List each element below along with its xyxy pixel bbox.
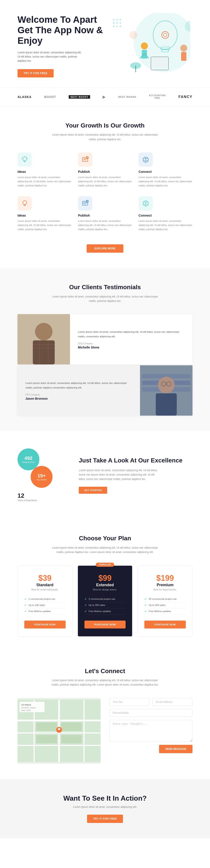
cta-title: Want To See It In Action?: [18, 794, 192, 802]
explore-button[interactable]: EXPLORE MORE: [87, 244, 124, 253]
stat-years-num: 12: [18, 492, 57, 499]
contact-fullname-input[interactable]: [109, 698, 149, 706]
svg-point-64: [158, 377, 175, 393]
pricing-section: Choose Your Plan Lorem ipsum dolor sit a…: [0, 519, 210, 652]
feature-icon-ideas-2: [18, 196, 32, 211]
svg-rect-16: [142, 50, 147, 59]
feature-title-publish-2: Publish: [78, 214, 132, 217]
stats-content: Just Take A Look At Our Excellence Lorem…: [79, 457, 192, 494]
svg-rect-20: [181, 52, 186, 61]
brand-accounting: ACCOUNTINGPRO: [149, 94, 166, 99]
hero-section: Welcome To Apart Get The App Now & Enjoy…: [0, 0, 210, 88]
hero-description: Lorem ipsum dolor sit amet, consectetur …: [18, 51, 83, 63]
feature-title-connect-1: Connect: [139, 170, 192, 174]
svg-rect-79: [61, 735, 82, 743]
pricing-card-standard: $39 Standard Best for small individuals.…: [18, 565, 72, 637]
pricing-standard-desc: Best for small individuals.: [24, 588, 66, 591]
pricing-extended-feature-2: Up to 300 sales: [84, 602, 126, 608]
feature-text-ideas-2: Lorem ipsum dolor sit amet, consectetur …: [18, 219, 71, 231]
stats-cta-button[interactable]: GET STARTED: [79, 487, 107, 494]
feature-text-connect-2: Lorem ipsum dolor sit amet, consectetur …: [139, 219, 192, 231]
contact-grid: 127 King St Downtown, Cityville State, 1…: [18, 698, 192, 764]
contact-title: Let's Connect: [18, 667, 192, 675]
contact-email-input[interactable]: [152, 698, 192, 706]
testimonial-2-photo: [140, 365, 192, 415]
testimonial-2-content: Lorem ipsum dolor sit amet, consectetur …: [18, 365, 140, 415]
svg-point-19: [180, 44, 187, 52]
svg-point-42: [23, 200, 27, 205]
contact-name-email-row: [109, 698, 192, 706]
pricing-premium-features: 30 commercial project use Up to 500 sale…: [144, 596, 186, 615]
pricing-premium-cta[interactable]: PURCHASE NOW: [144, 621, 186, 628]
svg-rect-65: [156, 393, 177, 415]
hero-title: Welcome To Apart Get The App Now & Enjoy: [18, 14, 105, 46]
testimonial-1: Lorem ipsum dolor sit amet, consectetur …: [18, 314, 192, 365]
pricing-extended-name: Extended: [84, 583, 126, 587]
testimonial-2-role: CFO Company: [25, 394, 132, 396]
pricing-cards-grid: $39 Standard Best for small individuals.…: [18, 565, 192, 637]
svg-point-7: [113, 26, 114, 27]
hero-cta-button[interactable]: TRY IT FOR FREE: [18, 69, 54, 78]
svg-point-53: [35, 323, 53, 340]
pricing-extended-desc: Best for design teams.: [84, 588, 126, 591]
contact-message-textarea[interactable]: [109, 720, 192, 742]
pricing-standard-feature-1: 1 commercial project use: [24, 596, 66, 602]
growth-section: Your Growth Is Our Growth Lorem ipsum do…: [0, 106, 210, 268]
pricing-premium-desc: Best for large brands.: [144, 588, 186, 591]
svg-text:State, 12345: State, 12345: [21, 709, 31, 711]
svg-rect-78: [36, 735, 57, 743]
contact-phone-input[interactable]: [109, 709, 192, 717]
pricing-extended-feature-3: Free lifetime updates: [84, 608, 126, 615]
feature-connect-2: Connect Lorem ipsum dolor sit amet, cons…: [139, 196, 192, 231]
stats-section: 492 Projects Done 15+ Top Awards 12 Year…: [0, 431, 210, 519]
svg-point-25: [129, 31, 138, 39]
svg-line-30: [23, 157, 23, 157]
pricing-extended-feature-1: 3 commercial project use: [84, 596, 126, 602]
feature-icon-ideas-1: [18, 152, 32, 167]
svg-point-4: [113, 22, 114, 24]
brand-boost: BOOST: [44, 95, 56, 99]
feature-ideas-2: Ideas Lorem ipsum dolor sit amet, consec…: [18, 196, 71, 231]
brand-next-boost: NEXT BOOST: [69, 95, 90, 99]
growth-title: Your Growth Is Our Growth: [18, 122, 192, 129]
stat-awards-bubble: 15+ Top Awards: [31, 466, 53, 488]
stat-projects-label: Projects Done: [20, 461, 37, 463]
contact-map: 127 King St Downtown, Cityville State, 1…: [18, 698, 101, 764]
svg-rect-77: [61, 722, 82, 731]
pricing-premium-feature-2: Up to 500 sales: [144, 602, 186, 608]
pricing-extended-price: $99: [84, 574, 126, 583]
svg-point-6: [120, 22, 121, 24]
pricing-popular-badge: POPULAR: [96, 563, 114, 567]
growth-subtitle: Lorem ipsum dolor sit amet, consectetur …: [50, 132, 160, 142]
svg-rect-22: [135, 66, 136, 72]
feature-publish-1: Publish Lorem ipsum dolor sit amet, cons…: [78, 152, 132, 187]
svg-rect-54: [33, 340, 55, 365]
feature-icon-connect-2: [139, 196, 153, 211]
feature-ideas-1: Ideas Lorem ipsum dolor sit amet, consec…: [18, 152, 71, 187]
feature-icon-publish-1: [78, 152, 92, 167]
pricing-card-premium: $199 Premium Best for large brands. 30 c…: [138, 565, 192, 637]
feature-icon-publish-2: [78, 196, 92, 211]
feature-text-publish-2: Lorem ipsum dolor sit amet, consectetur …: [78, 219, 132, 231]
cta-footer-button[interactable]: TRY IT FOR FREE: [87, 815, 123, 823]
feature-connect-1: Connect Lorem ipsum dolor sit amet, cons…: [139, 152, 192, 187]
hero-illustration: [105, 13, 192, 79]
svg-rect-24: [152, 58, 167, 68]
contact-subtitle: Lorem ipsum dolor sit amet, consectetur …: [50, 678, 160, 687]
feature-text-connect-1: Lorem ipsum dolor sit amet, consectetur …: [139, 175, 192, 187]
testimonial-2-text: Lorem ipsum dolor sit amet, consectetur …: [25, 381, 132, 390]
feature-title-ideas-1: Ideas: [18, 170, 71, 174]
pricing-premium-feature-1: 30 commercial project use: [144, 596, 186, 602]
cta-subtitle: Lorem ipsum dolor sit amet, consectetur …: [61, 805, 149, 808]
feature-text-ideas-1: Lorem ipsum dolor sit amet, consectetur …: [18, 175, 71, 187]
testimonial-1-text: Lorem ipsum dolor sit amet, consectetur …: [78, 330, 185, 339]
pricing-extended-cta[interactable]: PURCHASE NOW: [84, 621, 126, 628]
stat-projects-num: 492: [25, 456, 33, 461]
contact-send-button[interactable]: SEND MESSAGE: [159, 745, 192, 753]
pricing-premium-name: Premium: [144, 583, 186, 587]
hero-content: Welcome To Apart Get The App Now & Enjoy…: [18, 14, 105, 78]
pricing-standard-cta[interactable]: PURCHASE NOW: [24, 621, 66, 628]
pricing-card-extended: POPULAR $99 Extended Best for design tea…: [78, 565, 132, 637]
cta-footer-section: Want To See It In Action? Lorem ipsum do…: [0, 779, 210, 838]
pricing-standard-name: Standard: [24, 583, 66, 587]
